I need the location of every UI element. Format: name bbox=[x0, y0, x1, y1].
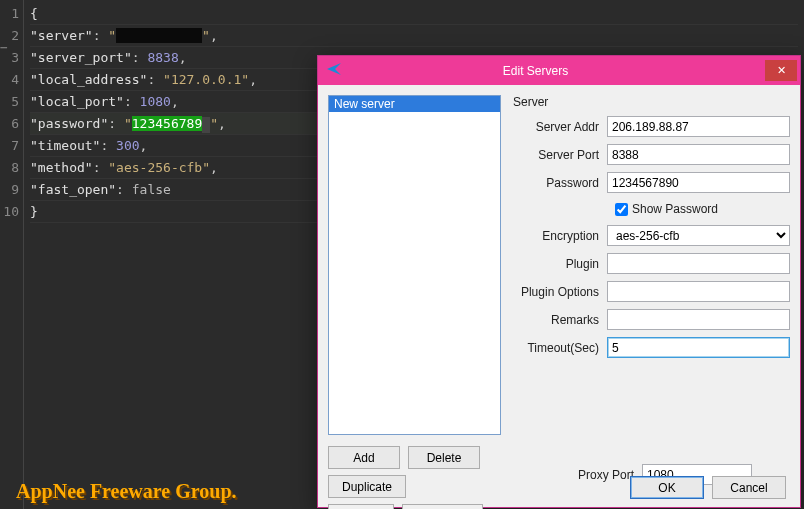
code-token: "local_port" bbox=[30, 94, 124, 109]
code-token: false bbox=[132, 182, 171, 197]
selected-text: 123456789 bbox=[132, 116, 202, 131]
code-token: " bbox=[202, 28, 210, 43]
code-token: : bbox=[147, 72, 163, 87]
line-number: 7 bbox=[0, 135, 19, 157]
code-token: "method" bbox=[30, 160, 93, 175]
code-token: : bbox=[93, 28, 109, 43]
code-token: "password" bbox=[30, 116, 108, 131]
remarks-input[interactable] bbox=[607, 309, 790, 330]
line-number: 10 bbox=[0, 201, 19, 223]
label-password: Password bbox=[513, 176, 607, 190]
label-timeout: Timeout(Sec) bbox=[513, 341, 607, 355]
code-token: : bbox=[124, 94, 140, 109]
timeout-input[interactable] bbox=[607, 337, 790, 358]
code-token: : bbox=[108, 116, 124, 131]
close-button[interactable]: ✕ bbox=[765, 60, 797, 81]
code-token: "timeout" bbox=[30, 138, 100, 153]
move-down-button[interactable]: Move Down bbox=[402, 504, 483, 509]
fold-marker-icon: − bbox=[0, 40, 8, 55]
label-server-addr: Server Addr bbox=[513, 120, 607, 134]
dialog-action-buttons: OK Cancel bbox=[630, 476, 786, 499]
duplicate-button[interactable]: Duplicate bbox=[328, 475, 406, 498]
code-token: 8838 bbox=[147, 50, 178, 65]
server-addr-input[interactable] bbox=[607, 116, 790, 137]
code-token: 1080 bbox=[140, 94, 171, 109]
label-encryption: Encryption bbox=[513, 229, 607, 243]
code-token: , bbox=[249, 72, 257, 87]
server-listbox[interactable]: New server bbox=[328, 95, 501, 435]
line-number: 8 bbox=[0, 157, 19, 179]
label-server-port: Server Port bbox=[513, 148, 607, 162]
plugin-options-input[interactable] bbox=[607, 281, 790, 302]
add-button[interactable]: Add bbox=[328, 446, 400, 469]
label-remarks: Remarks bbox=[513, 313, 607, 327]
code-token: : bbox=[100, 138, 116, 153]
code-token: : bbox=[116, 182, 132, 197]
code-token: " bbox=[124, 116, 132, 131]
edit-servers-dialog: Edit Servers ✕ New server Server Server … bbox=[317, 55, 801, 508]
fieldset-title: Server bbox=[513, 95, 790, 109]
code-token: , bbox=[210, 160, 218, 175]
show-password-checkbox[interactable] bbox=[615, 203, 628, 216]
code-token: , bbox=[210, 28, 218, 43]
code-token: : bbox=[93, 160, 109, 175]
line-number: 6 bbox=[0, 113, 19, 135]
list-item[interactable]: New server bbox=[329, 96, 500, 112]
code-token: { bbox=[30, 6, 38, 21]
code-token: , bbox=[140, 138, 148, 153]
line-number: 9 bbox=[0, 179, 19, 201]
line-gutter: 1 2 3 4 5 6 7 8 9 10 bbox=[0, 0, 24, 509]
watermark-text: AppNee Freeware Group. bbox=[16, 480, 237, 503]
code-token: } bbox=[30, 204, 38, 219]
delete-button[interactable]: Delete bbox=[408, 446, 480, 469]
code-token: "fast_open" bbox=[30, 182, 116, 197]
line-number: 5 bbox=[0, 91, 19, 113]
code-token: , bbox=[171, 94, 179, 109]
code-token: , bbox=[179, 50, 187, 65]
code-token: "aes-256-cfb" bbox=[108, 160, 210, 175]
label-plugin-options: Plugin Options bbox=[513, 285, 607, 299]
label-proxy-port: Proxy Port bbox=[578, 468, 634, 482]
dialog-title: Edit Servers bbox=[306, 64, 765, 78]
line-number: 4 bbox=[0, 69, 19, 91]
code-token: "server_port" bbox=[30, 50, 132, 65]
code-token: "127.0.0.1" bbox=[163, 72, 249, 87]
move-up-button[interactable]: Move Up bbox=[328, 504, 394, 509]
redacted-value bbox=[116, 28, 202, 43]
list-buttons: Add Delete Duplicate Move Up Move Down bbox=[328, 446, 514, 509]
encryption-select[interactable]: aes-256-cfb bbox=[607, 225, 790, 246]
code-token: "local_address" bbox=[30, 72, 147, 87]
cancel-button[interactable]: Cancel bbox=[712, 476, 786, 499]
password-input[interactable] bbox=[607, 172, 790, 193]
close-icon: ✕ bbox=[777, 64, 786, 77]
code-token: : bbox=[132, 50, 148, 65]
ok-button[interactable]: OK bbox=[630, 476, 704, 499]
line-number: 1 bbox=[0, 3, 19, 25]
server-port-input[interactable] bbox=[607, 144, 790, 165]
titlebar[interactable]: Edit Servers ✕ bbox=[318, 56, 800, 85]
code-token: " bbox=[108, 28, 116, 43]
code-token: , bbox=[218, 116, 226, 131]
code-token: 300 bbox=[116, 138, 139, 153]
label-plugin: Plugin bbox=[513, 257, 607, 271]
server-fieldset: Server Server Addr Server Port Password … bbox=[513, 95, 790, 435]
code-token: "server" bbox=[30, 28, 93, 43]
label-show-password: Show Password bbox=[632, 202, 718, 216]
plugin-input[interactable] bbox=[607, 253, 790, 274]
code-token: " bbox=[210, 116, 218, 131]
